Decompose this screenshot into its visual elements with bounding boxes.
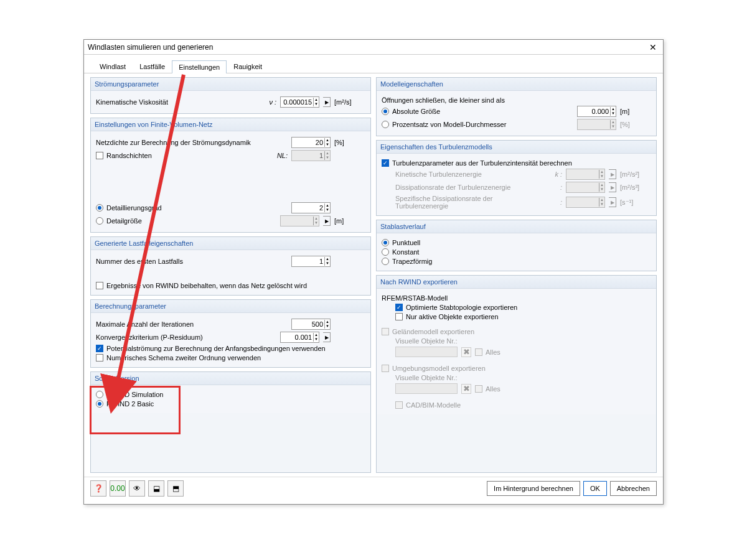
run-icon: ▶: [609, 169, 616, 179]
delete-icon: ✖: [461, 347, 471, 357]
unit-diss: [m²/s³]: [620, 184, 651, 191]
group-flow: Strömungsparameter Kinematische Viskosit…: [90, 77, 371, 114]
dialog-window: Windlasten simulieren und generieren ✕ W…: [83, 39, 664, 505]
spec-spinner: ▲▼: [566, 197, 605, 208]
unit-density: [%]: [334, 139, 365, 146]
group-fvm: Einstellungen von Finite-Volumen-Netz Ne…: [90, 118, 371, 233]
kin-spinner: ▲▼: [566, 169, 605, 180]
unit-kin: [m²/s²]: [620, 170, 651, 178]
group-gen: Generierte Lastfalleigenschaften Nummer …: [90, 236, 371, 296]
label-density: Netzdichte zur Berechnung der Strömungsd…: [96, 139, 288, 146]
sym-kin: k :: [547, 170, 562, 178]
check-alles-1: Alles: [475, 348, 500, 356]
label-conv: Konvergenzkriterium (P-Residuum): [96, 334, 276, 341]
check-env: Umgebungsmodell exportieren: [382, 365, 486, 372]
radio-rwind-sim[interactable]: RWIND Simulation: [96, 391, 164, 398]
conv-spinner[interactable]: ▲▼: [280, 332, 319, 343]
group-solver: Solver-Version RWIND Simulation RWIND 2 …: [90, 371, 371, 473]
tab-windlast[interactable]: Windlast: [93, 60, 133, 73]
check-keep[interactable]: Ergebnisse von RWIND beibehalten, wenn d…: [96, 282, 307, 289]
detailgrad-spinner[interactable]: ▲▼: [291, 202, 331, 213]
group-heading: Eigenschaften des Turbulenzmodells: [377, 141, 656, 154]
check-bl[interactable]: Randschichten: [96, 152, 152, 159]
vis-input-1: [395, 347, 458, 357]
radio-trapez[interactable]: Trapezförmig: [382, 258, 432, 265]
group-heading: Nach RWIND exportieren: [377, 276, 656, 289]
radio-abs[interactable]: Absolute Größe: [382, 108, 440, 115]
check-pot[interactable]: Potentialströmung zur Berechnung der Anf…: [96, 345, 326, 352]
label-spec: Spezifische Dissipationsrate der Turbule…: [395, 195, 543, 210]
radio-pct[interactable]: Prozentsatz von Modell-Durchmesser: [382, 121, 506, 128]
unit-visc: [m²/s]: [334, 98, 365, 106]
group-calc: Berechnungsparameter Maximale Anzahl der…: [90, 299, 371, 368]
ok-button[interactable]: OK: [583, 481, 607, 496]
radio-konst[interactable]: Konstant: [382, 248, 419, 256]
unit-spec: [s⁻¹]: [620, 198, 651, 207]
run-icon[interactable]: ▶: [323, 332, 331, 342]
group-heading: Stablastverlauf: [377, 220, 656, 233]
run-icon[interactable]: ▶: [323, 216, 331, 226]
group-turb: Eigenschaften des Turbulenzmodells Turbu…: [376, 140, 657, 216]
bl-spinner: ▲▼: [291, 150, 331, 161]
unit-detailsize: [m]: [334, 217, 365, 225]
cancel-button[interactable]: Abbrechen: [610, 481, 657, 496]
label-rfem: RFEM/RSTAB-Modell: [382, 294, 651, 302]
units-icon[interactable]: 0.00: [110, 480, 126, 497]
run-icon: ▶: [609, 182, 616, 192]
group-model: Modelleigenschaften Öffnungen schließen,…: [376, 77, 657, 136]
close-icon[interactable]: ✕: [647, 42, 659, 52]
radio-rwind-2[interactable]: RWIND 2 Basic: [96, 400, 154, 408]
check-active-only[interactable]: Nur aktive Objekte exportieren: [395, 313, 499, 320]
abs-spinner[interactable]: ▲▼: [577, 106, 616, 117]
group-heading: Modelleigenschaften: [377, 78, 656, 91]
check-terrain: Geländemodell exportieren: [382, 328, 474, 335]
label-firstlc: Nummer des ersten Lastfalls: [96, 258, 288, 265]
label-vis2: Visuelle Objekte Nr.:: [395, 374, 651, 381]
visc-spinner[interactable]: ▲▼: [280, 96, 319, 108]
dialog-title: Windlasten simulieren und generieren: [88, 43, 647, 52]
firstlc-spinner[interactable]: ▲▼: [291, 256, 331, 267]
left-column: Strömungsparameter Kinematische Viskosit…: [90, 77, 371, 473]
pct-spinner: ▲▼: [577, 119, 616, 130]
radio-punkt[interactable]: Punktuell: [382, 239, 420, 246]
load-default-icon[interactable]: ⬒: [167, 480, 184, 497]
delete-icon: ✖: [461, 384, 471, 394]
tab-rauigkeit[interactable]: Rauigkeit: [227, 60, 269, 73]
radio-detailsize[interactable]: Detailgröße: [96, 217, 142, 225]
group-heading: Generierte Lastfalleigenschaften: [91, 237, 370, 250]
eye-icon[interactable]: 👁: [129, 480, 145, 497]
sym-bl: NL:: [273, 152, 288, 159]
diss-spinner: ▲▼: [566, 182, 605, 193]
check-opt-topo[interactable]: Optimierte Stabtopologie exportieren: [395, 304, 517, 311]
group-heading: Solver-Version: [91, 372, 370, 385]
sym-diss: :: [547, 184, 562, 191]
tab-einstellungen[interactable]: Einstellungen: [172, 60, 227, 73]
help-icon[interactable]: ❓: [90, 480, 106, 497]
group-heading: Einstellungen von Finite-Volumen-Netz: [91, 118, 370, 131]
radio-detailgrad[interactable]: Detaillierungsgrad: [96, 204, 162, 212]
label-kin: Kinetische Turbulenzenergie: [395, 170, 543, 178]
title-bar: Windlasten simulieren und generieren ✕: [84, 40, 663, 55]
group-heading: Strömungsparameter: [91, 78, 370, 91]
label-vis1: Visuelle Objekte Nr.:: [395, 337, 651, 345]
unit-abs: [m]: [620, 108, 651, 115]
label-diss: Dissipationsrate der Turbulenzenergie: [395, 184, 543, 191]
calc-bg-button[interactable]: Im Hintergrund berechnen: [487, 481, 580, 496]
sym-spec: :: [547, 198, 562, 206]
check-turb-calc[interactable]: Turbulenzparameter aus der Turbulenzinte…: [382, 159, 572, 167]
check-cad: CAD/BIM-Modelle: [395, 401, 461, 409]
run-icon[interactable]: ▶: [323, 97, 331, 107]
density-spinner[interactable]: ▲▼: [291, 137, 331, 148]
right-column: Modelleigenschaften Öffnungen schließen,…: [376, 77, 657, 473]
save-default-icon[interactable]: ⬓: [148, 480, 164, 497]
group-memb: Stablastverlauf Punktuell Konstant Trape…: [376, 220, 657, 271]
unit-pct: [%]: [620, 121, 651, 128]
detailsize-spinner: ▲▼: [280, 215, 319, 226]
check-ord2[interactable]: Numerisches Schema zweiter Ordnung verwe…: [96, 354, 261, 362]
vis-input-2: [395, 383, 458, 394]
label-visc: Kinematische Viskosität: [96, 98, 258, 106]
iter-spinner[interactable]: ▲▼: [291, 319, 331, 330]
tab-lastfaelle[interactable]: Lastfälle: [133, 60, 172, 73]
label-close: Öffnungen schließen, die kleiner sind al…: [382, 96, 651, 104]
tab-strip: Windlast Lastfälle Einstellungen Rauigke…: [84, 55, 663, 73]
